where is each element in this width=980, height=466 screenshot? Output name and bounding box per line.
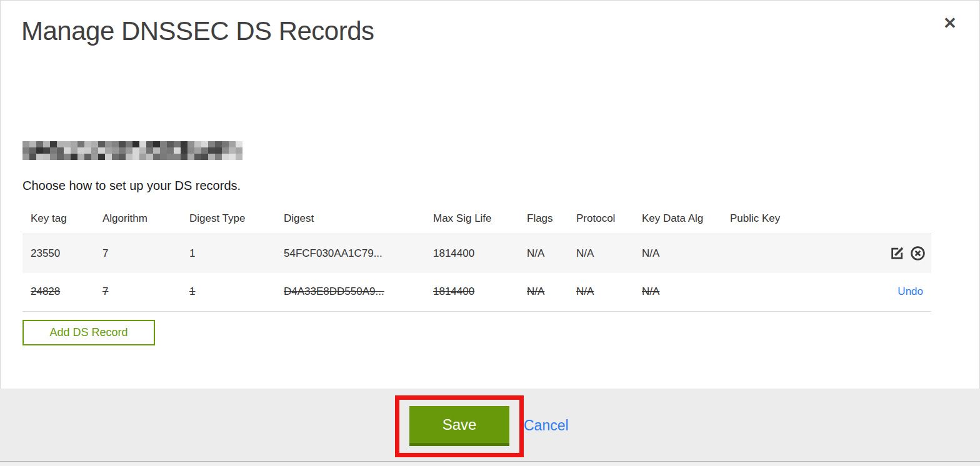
col-header-key-data-alg: Key Data Alg	[634, 206, 722, 234]
cell-algorithm: 7	[94, 273, 181, 312]
cell-max-sig-life: 1814400	[425, 234, 519, 273]
delete-record-icon[interactable]	[909, 245, 926, 262]
undo-link[interactable]: Undo	[898, 285, 926, 297]
cell-digest-type: 1	[181, 273, 276, 312]
add-ds-record-button[interactable]: Add DS Record	[22, 320, 155, 345]
cell-digest: D4A33E8DD550A9...	[276, 273, 425, 312]
cell-public-key	[722, 234, 806, 273]
col-header-digest: Digest	[276, 206, 425, 234]
redacted-domain-name	[22, 141, 242, 160]
cancel-link[interactable]: Cancel	[524, 417, 569, 434]
table-header-row: Key tag Algorithm Digest Type Digest Max…	[22, 206, 931, 234]
col-header-protocol: Protocol	[568, 206, 634, 234]
col-header-max-sig-life: Max Sig Life	[425, 206, 519, 234]
cell-digest: 54FCF030AA1C79...	[276, 234, 425, 273]
col-header-algorithm: Algorithm	[94, 206, 181, 234]
cell-protocol: N/A	[568, 273, 634, 312]
col-header-key-tag: Key tag	[22, 206, 94, 234]
ds-records-table: Key tag Algorithm Digest Type Digest Max…	[22, 206, 931, 312]
col-header-digest-type: Digest Type	[181, 206, 276, 234]
cell-key-data-alg: N/A	[634, 273, 722, 312]
close-icon[interactable]: ✕	[939, 12, 961, 34]
instruction-text: Choose how to set up your DS records.	[22, 179, 241, 193]
cell-key-tag: 23550	[22, 234, 94, 273]
cell-max-sig-life: 1814400	[425, 273, 519, 312]
cell-actions: Undo	[806, 273, 931, 312]
modal-footer: Save Cancel	[0, 389, 980, 466]
cell-algorithm: 7	[94, 234, 181, 273]
col-header-actions	[806, 206, 931, 234]
cell-protocol: N/A	[568, 234, 634, 273]
page-title: Manage DNSSEC DS Records	[21, 16, 374, 46]
dnssec-modal: Manage DNSSEC DS Records ✕ Choose how to…	[0, 0, 980, 466]
cell-public-key	[722, 273, 806, 312]
cell-flags: N/A	[519, 234, 568, 273]
cell-digest-type: 1	[181, 234, 276, 273]
col-header-public-key: Public Key	[722, 206, 806, 234]
edit-record-icon[interactable]	[889, 245, 906, 262]
table-row: 23550 7 1 54FCF030AA1C79... 1814400 N/A …	[22, 234, 931, 273]
cell-key-tag: 24828	[22, 273, 94, 312]
page-below-modal	[0, 462, 980, 466]
table-row: 24828 7 1 D4A33E8DD550A9... 1814400 N/A …	[22, 273, 931, 312]
cell-key-data-alg: N/A	[634, 234, 722, 273]
cell-flags: N/A	[519, 273, 568, 312]
save-button[interactable]: Save	[409, 406, 509, 446]
col-header-flags: Flags	[519, 206, 568, 234]
cell-actions	[806, 234, 931, 273]
